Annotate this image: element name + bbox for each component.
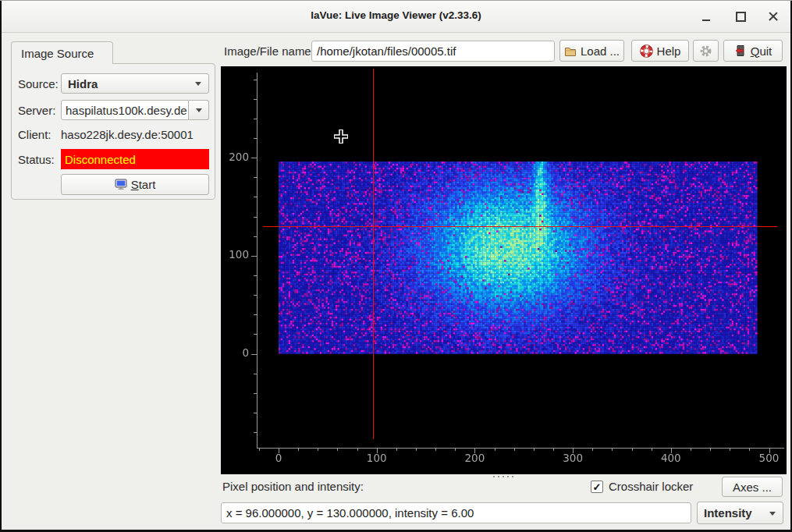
image-source-panel: Source: Hidra Server: haspilatus100k.des… xyxy=(11,63,215,200)
splitter-handle[interactable] xyxy=(492,475,517,478)
filename-input[interactable] xyxy=(311,41,555,62)
help-button[interactable]: Help xyxy=(631,40,689,62)
close-button[interactable] xyxy=(763,7,783,26)
server-label: Server: xyxy=(18,104,55,117)
titlebar[interactable]: laVue: Live Image Viewer (v2.33.6) xyxy=(0,0,792,33)
start-button[interactable]: Start xyxy=(61,174,209,195)
plot-canvas[interactable] xyxy=(221,66,787,474)
load-button[interactable]: Load ... xyxy=(559,40,624,62)
window-title: laVue: Live Image Viewer (v2.33.6) xyxy=(0,9,792,21)
load-button-label: Load ... xyxy=(581,44,620,58)
display-mode-select[interactable]: Intensity xyxy=(697,502,783,524)
client-value: haso228jk.desy.de:50001 xyxy=(61,128,194,141)
status-label: Status: xyxy=(18,153,55,166)
minimize-button[interactable] xyxy=(696,7,716,26)
filename-label: Image/File name: xyxy=(224,44,314,58)
tab-image-source-label: Image Source xyxy=(21,47,94,60)
axes-button-label: Axes ... xyxy=(733,481,772,494)
close-icon xyxy=(769,12,778,21)
exit-door-icon xyxy=(734,44,747,57)
source-select[interactable]: Hidra xyxy=(61,73,209,94)
quit-button[interactable]: Quit xyxy=(723,40,783,62)
server-combobox[interactable]: haspilatus100k.desy.de xyxy=(61,100,209,120)
axes-button[interactable]: Axes ... xyxy=(722,477,783,497)
chevron-down-icon xyxy=(769,512,776,516)
server-input[interactable]: haspilatus100k.desy.de xyxy=(61,100,189,120)
crosshair-locker-label: Crosshair locker xyxy=(609,480,693,493)
image-plot[interactable] xyxy=(221,66,787,474)
folder-icon xyxy=(564,45,577,57)
source-label: Source: xyxy=(18,77,59,90)
quit-button-label: Quit xyxy=(751,44,772,58)
maximize-icon xyxy=(736,12,746,22)
monitor-icon xyxy=(115,179,127,190)
status-value: Disconnected xyxy=(65,153,136,166)
tab-image-source[interactable]: Image Source xyxy=(11,41,113,64)
help-button-label: Help xyxy=(657,44,681,58)
chevron-down-icon xyxy=(196,108,202,112)
crosshair-locker-checkbox[interactable]: ✓ xyxy=(591,481,603,493)
maximize-button[interactable] xyxy=(730,7,751,26)
server-dropdown-button[interactable] xyxy=(189,100,209,120)
gear-icon xyxy=(699,44,712,58)
status-badge: Disconnected xyxy=(61,149,209,169)
lifebuoy-icon xyxy=(640,44,653,58)
pixel-position-input[interactable] xyxy=(221,502,691,523)
server-value: haspilatus100k.desy.de xyxy=(66,104,187,117)
start-button-label: Start xyxy=(131,178,156,191)
chevron-down-icon xyxy=(195,82,201,86)
pixel-position-label: Pixel position and intensity: xyxy=(222,480,364,493)
source-select-value: Hidra xyxy=(68,77,98,90)
client-label: Client: xyxy=(18,128,51,141)
minimize-icon xyxy=(702,20,710,22)
display-mode-value: Intensity xyxy=(704,506,752,520)
window-border-left xyxy=(0,1,2,532)
settings-button[interactable] xyxy=(693,40,719,62)
